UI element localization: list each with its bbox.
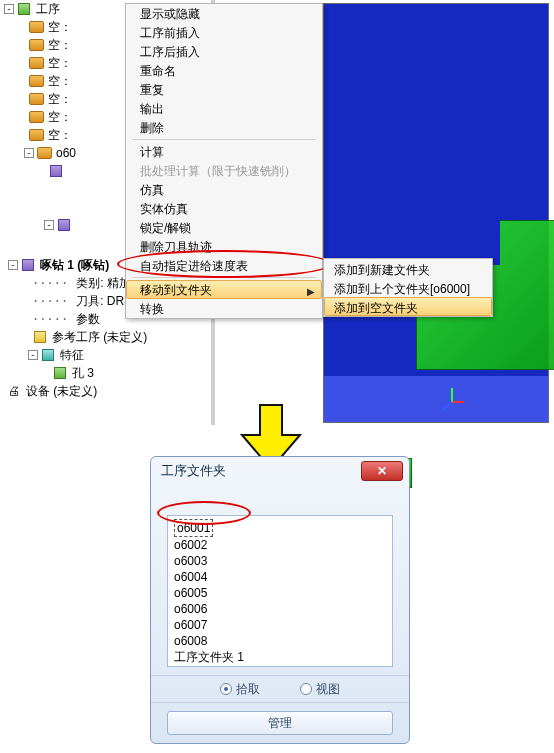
tree-node-label: 刀具: DR8 xyxy=(76,293,131,310)
tree-node-refseq[interactable]: 参考工序 (未定义) xyxy=(4,328,211,346)
tree-folder-label: 空： xyxy=(48,127,72,144)
menu-export[interactable]: 输出 xyxy=(126,99,322,118)
collapse-icon[interactable]: - xyxy=(44,220,54,230)
submenu-add-last[interactable]: 添加到上个文件夹[o6000] xyxy=(324,278,492,297)
menu-solid-sim[interactable]: 实体仿真 xyxy=(126,199,322,218)
menu-sep xyxy=(132,139,316,140)
device-icon: 🖨 xyxy=(6,384,22,398)
close-button[interactable]: ✕ xyxy=(361,461,403,481)
menu-rename[interactable]: 重命名 xyxy=(126,61,322,80)
menu-label: 添加到上个文件夹[o6000] xyxy=(334,282,470,296)
list-item[interactable]: o6003 xyxy=(174,553,386,569)
list-item[interactable]: o6005 xyxy=(174,585,386,601)
folder-icon xyxy=(29,129,44,141)
tree-node-label: 设备 (未定义) xyxy=(26,383,97,400)
menu-label: 删除刀具轨迹 xyxy=(140,240,212,254)
folder-list[interactable]: o6001 o6002 o6003 o6004 o6005 o6006 o600… xyxy=(167,515,393,667)
folder-icon xyxy=(29,39,44,51)
menu-label: 自动指定进给速度表 xyxy=(140,259,248,273)
menu-batch-calc: 批处理计算（限于快速铣削） xyxy=(126,161,322,180)
menu-convert[interactable]: 转换 xyxy=(126,299,322,318)
manage-button[interactable]: 管理 xyxy=(167,711,393,735)
menu-label: 显示或隐藏 xyxy=(140,7,200,21)
tree-folder-label: 空： xyxy=(48,91,72,108)
list-item-label: o6002 xyxy=(174,538,207,552)
menu-calc[interactable]: 计算 xyxy=(126,142,322,161)
tree-drill-label: 啄钻 1 (啄钻) xyxy=(40,257,109,274)
folder-icon xyxy=(29,111,44,123)
menu-simulate[interactable]: 仿真 xyxy=(126,180,322,199)
list-item[interactable]: o6007 xyxy=(174,617,386,633)
list-item-label: o6005 xyxy=(174,586,207,600)
menu-del-toolpath[interactable]: 删除刀具轨迹 xyxy=(126,237,322,256)
menu-label: 添加到空文件夹 xyxy=(334,301,418,315)
list-item[interactable]: o6006 xyxy=(174,601,386,617)
menu-lock[interactable]: 锁定/解锁 xyxy=(126,218,322,237)
close-icon: ✕ xyxy=(377,464,387,478)
context-menu[interactable]: 显示或隐藏 工序前插入 工序后插入 重命名 重复 输出 删除 计算 批处理计算（… xyxy=(125,3,323,319)
hole-icon xyxy=(54,367,66,379)
folder-icon xyxy=(37,147,52,159)
tree-node-feature[interactable]: - 特征 xyxy=(4,346,211,364)
list-item-label: o6001 xyxy=(174,519,213,537)
list-item[interactable]: o6004 xyxy=(174,569,386,585)
tree-folder-label: 空： xyxy=(48,37,72,54)
sequence-icon xyxy=(18,3,30,15)
button-label: 管理 xyxy=(268,716,292,730)
menu-delete[interactable]: 删除 xyxy=(126,118,322,137)
list-item-label: o6007 xyxy=(174,618,207,632)
folder-icon xyxy=(29,57,44,69)
collapse-icon[interactable]: - xyxy=(4,4,14,14)
menu-label: 删除 xyxy=(140,121,164,135)
submenu-add-new[interactable]: 添加到新建文件夹 xyxy=(324,259,492,278)
submenu[interactable]: 添加到新建文件夹 添加到上个文件夹[o6000] 添加到空文件夹 xyxy=(323,258,493,317)
collapse-icon[interactable]: - xyxy=(24,148,34,158)
radio-view[interactable]: 视图 xyxy=(300,681,340,698)
op-icon xyxy=(50,165,62,177)
menu-move-to-folder[interactable]: 移动到文件夹 ▶ xyxy=(126,280,322,299)
radio-label: 拾取 xyxy=(236,681,260,698)
menu-insert-before[interactable]: 工序前插入 xyxy=(126,23,322,42)
radio-dot-icon xyxy=(220,683,232,695)
radio-pick[interactable]: 拾取 xyxy=(220,681,260,698)
menu-label: 锁定/解锁 xyxy=(140,221,191,235)
menu-show-hide[interactable]: 显示或隐藏 xyxy=(126,4,322,23)
folder-dialog[interactable]: 工序文件夹 ✕ o6001 o6002 o6003 o6004 o6005 o6… xyxy=(150,456,410,744)
menu-autofeed[interactable]: 自动指定进给速度表 xyxy=(126,256,322,275)
feature-icon xyxy=(42,349,54,361)
menu-insert-after[interactable]: 工序后插入 xyxy=(126,42,322,61)
menu-label: 移动到文件夹 xyxy=(140,283,212,297)
menu-label: 实体仿真 xyxy=(140,202,188,216)
op-icon xyxy=(58,219,70,231)
folder-icon xyxy=(29,21,44,33)
viewport-ground xyxy=(324,376,548,422)
model-viewport[interactable] xyxy=(323,3,549,423)
menu-label: 仿真 xyxy=(140,183,164,197)
tree-folder-label: o60 xyxy=(56,146,76,160)
tree-root-label: 工序 xyxy=(36,1,60,18)
ref-icon xyxy=(34,331,46,343)
list-item-label: o6003 xyxy=(174,554,207,568)
menu-label: 计算 xyxy=(140,145,164,159)
menu-label: 工序前插入 xyxy=(140,26,200,40)
submenu-arrow-icon: ▶ xyxy=(307,285,315,299)
tree-node-hole[interactable]: 孔 3 xyxy=(4,364,211,382)
radio-dot-icon xyxy=(300,683,312,695)
menu-label: 重命名 xyxy=(140,64,176,78)
menu-label: 批处理计算（限于快速铣削） xyxy=(140,164,296,178)
menu-label: 添加到新建文件夹 xyxy=(334,263,430,277)
list-item[interactable]: o6002 xyxy=(174,537,386,553)
collapse-icon[interactable]: - xyxy=(8,260,18,270)
folder-icon xyxy=(29,75,44,87)
submenu-add-empty[interactable]: 添加到空文件夹 xyxy=(324,297,492,316)
list-item[interactable]: o6008 xyxy=(174,633,386,649)
menu-label: 转换 xyxy=(140,302,164,316)
collapse-icon[interactable]: - xyxy=(28,350,38,360)
menu-duplicate[interactable]: 重复 xyxy=(126,80,322,99)
list-item[interactable]: 工序文件夹 1 xyxy=(174,649,386,665)
tree-node-label: 孔 3 xyxy=(72,365,94,382)
tree-folder-label: 空： xyxy=(48,73,72,90)
tree-node-device[interactable]: 🖨 设备 (未定义) xyxy=(4,382,211,400)
tree-folder-label: 空： xyxy=(48,55,72,72)
list-item[interactable]: o6001 xyxy=(174,519,386,537)
